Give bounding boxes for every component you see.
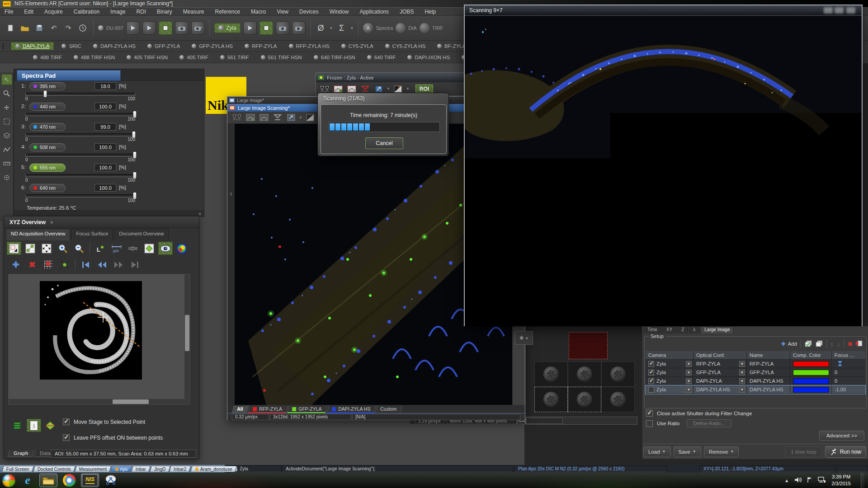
menu-item[interactable]: Measure xyxy=(183,9,204,15)
column-header[interactable]: Camera xyxy=(646,351,693,359)
du897-play2-button[interactable] xyxy=(142,21,156,35)
ruler-tool-icon[interactable] xyxy=(1,158,12,169)
du897-capture-button[interactable] xyxy=(175,21,189,35)
chevron-down-icon[interactable]: ▼ xyxy=(739,387,745,393)
wavelength-button[interactable]: 440 nm xyxy=(29,103,66,111)
maximize-button[interactable] xyxy=(835,7,844,14)
optical-config-button[interactable]: 405 TIRF HSN xyxy=(123,54,172,61)
menu-item[interactable]: Macro xyxy=(251,9,266,15)
menu-item[interactable]: Image xyxy=(110,9,125,15)
lut-range-icon[interactable] xyxy=(231,113,242,122)
setup-table-row[interactable]: Zyla▼ RFP-ZYLA▼ RFP-ZYLA xyxy=(646,360,865,368)
optical-config-button[interactable]: 640 TIRF-HSN xyxy=(310,54,359,61)
zoom-in-icon[interactable] xyxy=(56,242,70,255)
tirf-lamp-button[interactable] xyxy=(420,23,429,33)
send-to-icon[interactable] xyxy=(373,84,384,94)
move-down-icon[interactable]: ↓ xyxy=(837,341,840,347)
run-now-button[interactable]: Run now xyxy=(825,446,866,458)
menu-item[interactable]: Reference xyxy=(215,9,240,15)
move-up-icon[interactable]: ↑ xyxy=(830,341,834,347)
optical-config-button[interactable]: 488 TIRF HSN xyxy=(70,54,119,61)
auto-exposure-button[interactable]: A xyxy=(363,23,373,33)
show-hidden-icons[interactable]: ▲ xyxy=(784,478,789,483)
use-ratio-checkbox[interactable] xyxy=(646,420,653,427)
zoom-out-icon[interactable] xyxy=(72,242,86,255)
layout-tab[interactable]: JingD xyxy=(150,466,170,472)
frozen-window-titlebar[interactable]: Frozen : Zyla - Active xyxy=(316,73,470,82)
menu-item[interactable]: JOBS xyxy=(400,9,414,15)
optical-config-button[interactable]: 640 TIRF xyxy=(363,54,400,61)
menu-item[interactable]: Applications xyxy=(359,9,389,15)
history-icon[interactable] xyxy=(77,22,89,34)
save-icon[interactable] xyxy=(33,22,45,34)
layout-tab[interactable]: Aram_donotuse xyxy=(190,466,236,472)
intensity-slider[interactable] xyxy=(25,154,135,157)
column-header[interactable]: Comp. Color xyxy=(790,351,832,359)
focus-offset-value[interactable]: 0 xyxy=(835,370,837,375)
start-button[interactable] xyxy=(2,474,16,488)
optical-config-button[interactable]: CY5-ZYLA HS xyxy=(381,42,430,50)
channel-enabled-checkbox[interactable] xyxy=(648,370,654,375)
intensity-slider[interactable] xyxy=(25,133,135,136)
component-color-swatch[interactable] xyxy=(793,370,829,375)
select-point-tool-icon[interactable] xyxy=(7,242,21,255)
du897-freeze-button[interactable] xyxy=(159,21,172,35)
snipping-tool-icon[interactable] xyxy=(102,474,120,487)
chevron-down-icon[interactable]: ▼ xyxy=(525,337,528,340)
center-to-point-icon[interactable] xyxy=(57,258,72,271)
wavelength-button[interactable]: 555 nm xyxy=(29,164,66,172)
nd-tab[interactable]: Large Image xyxy=(700,326,734,333)
delete-all-points-icon[interactable]: ✖ xyxy=(41,258,56,271)
du897-play-button[interactable] xyxy=(126,21,140,35)
optical-config-button[interactable]: RFP-ZYLA xyxy=(241,42,281,50)
component-color-swatch[interactable] xyxy=(793,387,829,393)
component-color-swatch[interactable] xyxy=(793,378,829,384)
chevron-down-icon[interactable]: ▼ xyxy=(686,387,692,393)
show-points-icon[interactable] xyxy=(142,242,156,255)
select-region-tool-icon[interactable] xyxy=(1,116,12,127)
delete-row-icon[interactable]: ✖ xyxy=(848,341,853,347)
undo-icon[interactable]: ↶ xyxy=(48,22,60,34)
channel-tab[interactable]: DAPI-ZYLA HS xyxy=(327,406,376,413)
sum-icon[interactable]: Σ xyxy=(336,22,348,34)
magnifier-tool-icon[interactable] xyxy=(1,88,12,99)
wavelength-button[interactable]: 395 nm xyxy=(29,82,66,90)
volume-icon[interactable] xyxy=(794,477,802,484)
chevron-down-icon[interactable]: ▼ xyxy=(686,378,692,384)
freeze-view-button[interactable]: ❄▼ xyxy=(515,331,533,345)
dia-lamp-button[interactable] xyxy=(396,23,406,33)
pointer-tool-icon[interactable]: ↖ xyxy=(1,74,12,85)
setup-table-row[interactable]: Zyla▼ GFP-ZYLA▼ GFP-ZYLA 0 xyxy=(646,368,865,377)
optical-config-button[interactable]: CY5-ZYLA xyxy=(337,42,377,50)
channel-tab[interactable]: GFP-ZYLA xyxy=(287,406,327,413)
show-overview-icon[interactable] xyxy=(158,242,173,255)
z-range-icon[interactable]: ↕ xyxy=(27,419,41,432)
du897-capture-plus-button[interactable]: + xyxy=(191,21,205,35)
layers-tool-icon[interactable] xyxy=(1,130,12,141)
copy-all-icon[interactable] xyxy=(816,340,823,348)
optical-config-button[interactable]: GFP-ZYLA HS xyxy=(188,42,237,50)
reset-lut-icon[interactable] xyxy=(272,113,283,122)
stage-position-readout[interactable]: XY=[-20.121, -1.803]mm, Z=2077.43µm xyxy=(699,465,836,472)
menu-item[interactable]: ROI xyxy=(136,9,146,15)
intensity-value-field[interactable]: 100.0 xyxy=(94,103,116,110)
histogram-icon[interactable] xyxy=(258,113,269,122)
horizontal-scrollbar[interactable] xyxy=(9,399,185,404)
previous-point-icon[interactable] xyxy=(95,258,109,271)
zyla-capture-plus-button[interactable]: + xyxy=(292,21,306,35)
optical-config-button[interactable]: RFP-ZYLA HS xyxy=(285,42,334,50)
aperture-thumbnail-selected[interactable] xyxy=(534,387,568,412)
channel-tab[interactable]: RFP-ZYLA xyxy=(248,406,288,413)
contrast-icon[interactable] xyxy=(305,113,316,122)
cancel-button[interactable]: Cancel xyxy=(365,137,403,149)
optical-config-button[interactable]: 561 TIRF HSN xyxy=(257,54,306,61)
open-folder-icon[interactable] xyxy=(19,22,31,34)
load-button[interactable]: Load▼ xyxy=(643,446,671,457)
layout-tab[interactable]: Inbar2 xyxy=(169,466,191,472)
menu-item[interactable]: Edit xyxy=(24,9,33,15)
annotation-tool-icon[interactable] xyxy=(1,172,12,183)
optical-config-button[interactable]: 561 TIRF xyxy=(216,54,253,61)
point-path-tool-icon[interactable] xyxy=(23,242,38,255)
pan-tool-icon[interactable]: ✛ xyxy=(1,102,12,113)
menu-item[interactable]: Devices xyxy=(299,9,319,15)
